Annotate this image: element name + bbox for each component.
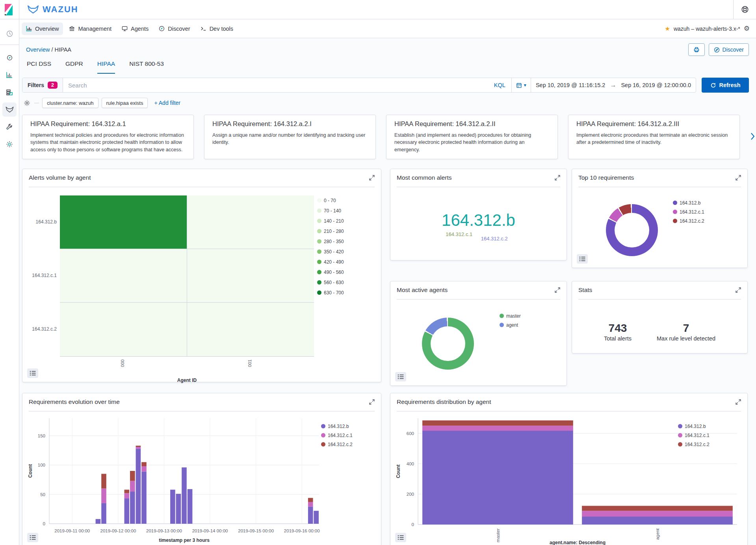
legend-item[interactable]: 164.312.c.2 [678,442,710,447]
raw-data-button[interactable] [577,254,588,264]
tab-pci-dss[interactable]: PCI DSS [27,60,51,74]
legend-item[interactable]: 420 - 490 [317,259,344,265]
legend-label: 560 - 630 [324,280,344,285]
legend-label: 164.312.c.2 [680,218,704,224]
breadcrumb-overview-link[interactable]: Overview [26,47,50,53]
panel-header: Requirements evolution over time [29,393,375,411]
expand-icon[interactable] [369,399,375,405]
legend-item[interactable]: 280 - 350 [317,239,344,244]
legend-item[interactable]: 140 - 210 [317,218,344,224]
tag-164.312.b[interactable]: 164.312.b [442,211,515,230]
legend-item[interactable]: 164.312.c.2 [673,218,704,224]
compass-icon [7,55,13,61]
legend-item[interactable]: 70 - 140 [317,208,344,214]
heatmap-cell[interactable] [187,249,314,303]
tag-164.312.c.1[interactable]: 164.312.c.1 [446,231,472,237]
index-pattern-label[interactable]: wazuh – wazuh-alerts-3.x-* [674,26,740,32]
panel-header: Alerts volume by agent [29,169,375,187]
requirement-card-title: HIPAA Requirement: 164.312.a.2.III [576,120,732,128]
filters-toggle[interactable]: Filters 2 [22,78,63,92]
legend-item[interactable]: 490 - 560 [317,270,344,275]
help-button[interactable] [733,0,756,19]
panel-title: Most common alerts [397,174,452,181]
calendar-menu[interactable]: ▾ [512,78,531,92]
panel-title: Requirements evolution over time [29,398,120,405]
sidebar-item-discover[interactable] [2,50,17,65]
nav-item-overview[interactable]: Overview [22,22,63,35]
sidebar-item-recently-viewed[interactable] [2,26,17,41]
legend-swatch [673,201,677,205]
heatmap-cell[interactable] [60,195,187,249]
legend-item[interactable]: 164.312.b [678,424,710,429]
legend-item[interactable]: 350 - 420 [317,249,344,255]
sidebar-item-canvas[interactable] [2,85,17,99]
search-input[interactable] [63,82,488,89]
panel-title: Most active agents [397,286,448,294]
expand-icon[interactable] [369,175,375,180]
expand-icon[interactable] [736,287,741,293]
cards-next-button[interactable] [750,131,755,143]
legend-item[interactable]: 164.312.b [673,200,704,206]
discover-button[interactable]: Discover [709,43,749,56]
printer-icon [693,47,700,53]
tab-nist-800-53[interactable]: NIST 800-53 [129,60,164,74]
svg-text:master: master [496,528,500,542]
heatmap-cell[interactable] [187,303,314,356]
heatmap-cell[interactable] [187,195,314,249]
legend-item[interactable]: 164.312.b [321,424,353,429]
legend-item[interactable]: 164.312.c.1 [321,433,353,438]
heatmap-cell[interactable] [60,303,187,356]
refresh-button[interactable]: Refresh [702,78,749,93]
nav-item-discover[interactable]: Discover [154,22,194,35]
nav-item-dev-tools[interactable]: Dev tools [196,22,238,35]
legend-item[interactable]: master [500,313,521,319]
nav-item-agents[interactable]: Agents [117,22,153,35]
filter-options-gear-icon[interactable] [23,100,31,106]
expand-icon[interactable] [555,175,560,180]
date-to[interactable]: Sep 16, 2019 @ 12:00:00.0 [616,82,696,88]
raw-data-button[interactable] [27,368,38,378]
wazuh-logo[interactable]: WAZUH [19,0,78,19]
legend-item[interactable]: 630 - 700 [317,290,344,296]
legend-swatch [500,314,504,318]
legend-item[interactable]: 0 - 70 [317,198,344,203]
nav-item-label: Agents [131,26,149,32]
legend-item[interactable]: 164.312.c.1 [678,433,710,438]
donut-chart[interactable] [422,318,474,370]
legend-item[interactable]: 164.312.c.2 [321,442,353,447]
legend-item[interactable]: 164.312.c.1 [673,209,704,215]
sidebar-item-dev-tools[interactable] [2,120,17,134]
expand-icon[interactable] [736,399,741,405]
date-from[interactable]: Sep 10, 2019 @ 11:16:15.2 [531,82,610,88]
legend-item[interactable]: 560 - 630 [317,280,344,285]
expand-icon[interactable] [736,175,741,180]
expand-icon[interactable] [555,287,560,293]
tab-hipaa[interactable]: HIPAA [97,60,115,74]
settings-gear-icon[interactable]: ⚙ [744,24,750,33]
raw-data-button[interactable] [27,533,38,542]
sidebar-item-visualize[interactable] [2,68,17,82]
tag-164.312.c.2[interactable]: 164.312.c.2 [481,235,508,241]
raw-data-button[interactable] [395,372,406,381]
raw-data-button[interactable] [395,533,406,542]
tab-gdpr[interactable]: GDPR [65,60,83,74]
chart-legend: 164.312.b164.312.c.1164.312.c.2 [321,424,353,447]
add-filter-link[interactable]: + Add filter [154,100,180,106]
legend-item[interactable]: 210 - 280 [317,229,344,234]
filter-pill[interactable]: rule.hipaa exists [102,98,148,108]
filter-pill[interactable]: cluster.name: wazuh [42,98,98,108]
sidebar-item-management[interactable] [2,137,17,151]
legend-label: 164.312.c.2 [328,442,353,447]
print-button[interactable] [688,43,705,56]
content: Overview / HIPAA [19,38,756,545]
legend-item[interactable]: agent [500,322,521,328]
svg-text:2019-09-12 00:00: 2019-09-12 00:00 [100,528,136,533]
heatmap-cell[interactable] [60,249,187,303]
sidebar-item-wazuh[interactable] [2,102,17,117]
kql-toggle[interactable]: KQL [488,82,511,88]
heatmap-col-label: 000 [120,359,125,367]
nav-item-management[interactable]: Management [65,22,116,35]
donut-chart[interactable] [606,204,658,256]
svg-text:200: 200 [407,492,414,497]
kibana-logo-icon[interactable] [0,0,19,19]
